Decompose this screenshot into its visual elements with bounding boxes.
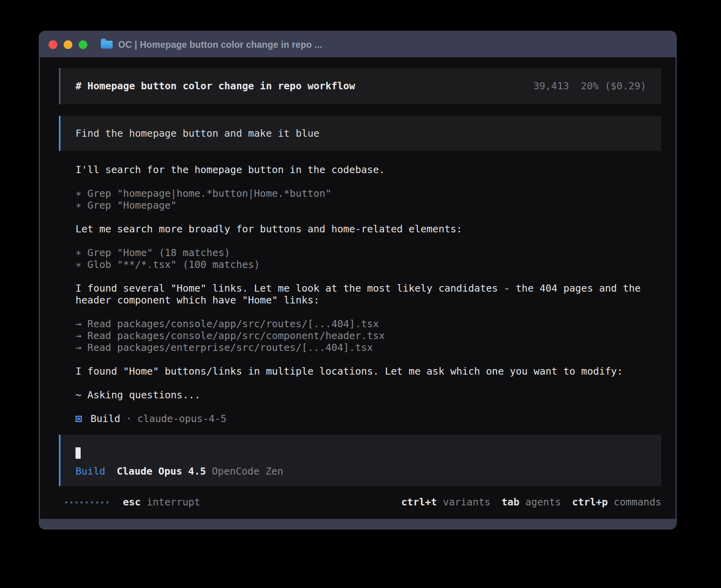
assistant-text-line: header component which have "Home" links… <box>75 294 661 306</box>
spinner-dot <box>106 501 108 503</box>
window-bottom-strip <box>40 519 676 528</box>
agent-build-icon <box>75 416 82 422</box>
shortcut-hint: ctrl+t variants <box>401 496 491 508</box>
provider-label: OpenCode Zen <box>212 466 283 477</box>
spinner-dot <box>101 501 103 503</box>
shortcut-hint: tab agents <box>502 496 561 508</box>
token-count: 39,413 <box>533 80 569 92</box>
assistant-text-line: I found several "Home" links. Let me loo… <box>75 283 661 294</box>
agent-name: Build <box>91 413 120 425</box>
spinner-dot <box>65 501 67 503</box>
context-usage: 20% <box>581 80 598 92</box>
assistant-text: ~ Asking questions... <box>75 389 661 401</box>
agent-model: claude-opus-4-5 <box>137 413 226 425</box>
assistant-text: I'll search for the homepage button in t… <box>75 164 661 176</box>
close-button[interactable] <box>49 40 57 49</box>
tool-call-line: ∗ Grep "Home" (18 matches) <box>75 247 661 259</box>
tool-call-line: → Read packages/console/app/src/routes/[… <box>75 318 661 330</box>
session-stats: 39,413 20% ($0.29) <box>533 80 646 92</box>
spinner-dot <box>70 501 72 503</box>
assistant-text-line: Let me search more broadly for buttons a… <box>75 223 661 235</box>
model-label: Claude Opus 4.5 <box>117 466 206 477</box>
terminal-content: # Homepage button color change in repo w… <box>40 57 676 519</box>
tool-call-line: ∗ Grep "Homepage" <box>75 200 661 211</box>
session-header: # Homepage button color change in repo w… <box>59 68 661 104</box>
shortcut-key: ctrl+t <box>401 496 437 508</box>
assistant-text: I found several "Home" links. Let me loo… <box>75 283 661 306</box>
assistant-text: I found "Home" buttons/links in multiple… <box>75 366 661 377</box>
titlebar[interactable]: OC | Homepage button color change in rep… <box>40 32 676 57</box>
tool-call-line: → Read packages/enterprise/src/routes/[.… <box>75 342 661 354</box>
tool-call-line: ∗ Grep "homepage|home.*button|Home.*butt… <box>75 188 661 200</box>
session-title: # Homepage button color change in repo w… <box>75 80 355 92</box>
spinner-dots <box>65 501 108 503</box>
shortcut-label: commands <box>614 496 661 508</box>
dot-separator: · <box>126 413 132 425</box>
assistant-text-line: I found "Home" buttons/links in multiple… <box>75 366 661 377</box>
shortcut-interrupt: esc interrupt <box>123 496 200 508</box>
prompt-input[interactable]: Build Claude Opus 4.5 OpenCode Zen <box>59 435 661 486</box>
tool-call-line: → Read packages/console/app/src/componen… <box>75 330 661 342</box>
spinner-dot <box>86 501 88 503</box>
tool-call-group: ∗ Grep "Home" (18 matches)∗ Glob "**/*.t… <box>75 247 661 271</box>
zoom-button[interactable] <box>79 40 87 49</box>
input-line[interactable] <box>75 447 646 459</box>
agent-mode-label: Build <box>75 466 105 477</box>
shortcut-key: tab <box>502 496 519 508</box>
session-cost: ($0.29) <box>605 80 646 92</box>
shortcut-hints: ctrl+t variants tab agents ctrl+p comman… <box>401 496 661 508</box>
assistant-text: Let me search more broadly for buttons a… <box>75 223 661 235</box>
folder-icon <box>101 41 113 49</box>
traffic-lights <box>49 40 87 49</box>
tool-call-group: ∗ Grep "homepage|home.*button|Home.*butt… <box>75 188 661 211</box>
agent-status: Build · claude-opus-4-5 <box>59 413 661 425</box>
input-meta: Build Claude Opus 4.5 OpenCode Zen <box>75 466 646 477</box>
shortcut-label: agents <box>525 496 561 508</box>
assistant-text-line: ~ Asking questions... <box>75 389 661 401</box>
spinner-dot <box>91 501 93 503</box>
shortcut-key: esc <box>123 496 141 508</box>
conversation: I'll search for the homepage button in t… <box>59 164 661 401</box>
spinner-dot <box>81 501 83 503</box>
shortcut-key: ctrl+p <box>572 496 608 508</box>
minimize-button[interactable] <box>64 40 72 49</box>
spinner-dot <box>75 501 77 503</box>
spinner-dot <box>96 501 98 503</box>
terminal-window: OC | Homepage button color change in rep… <box>39 31 677 530</box>
text-cursor <box>75 447 81 459</box>
user-message: Find the homepage button and make it blu… <box>59 116 661 151</box>
shortcut-label: variants <box>443 496 490 508</box>
shortcut-label: interrupt <box>147 496 200 508</box>
user-message-text: Find the homepage button and make it blu… <box>75 128 319 139</box>
shortcut-hint: ctrl+p commands <box>572 496 661 508</box>
window-title: OC | Homepage button color change in rep… <box>118 40 322 50</box>
assistant-text-line: I'll search for the homepage button in t… <box>75 164 661 176</box>
tool-call-group: → Read packages/console/app/src/routes/[… <box>75 318 661 354</box>
tool-call-line: ∗ Glob "**/*.tsx" (100 matches) <box>75 259 661 271</box>
status-bar: esc interrupt ctrl+t variants tab agents… <box>59 496 661 508</box>
